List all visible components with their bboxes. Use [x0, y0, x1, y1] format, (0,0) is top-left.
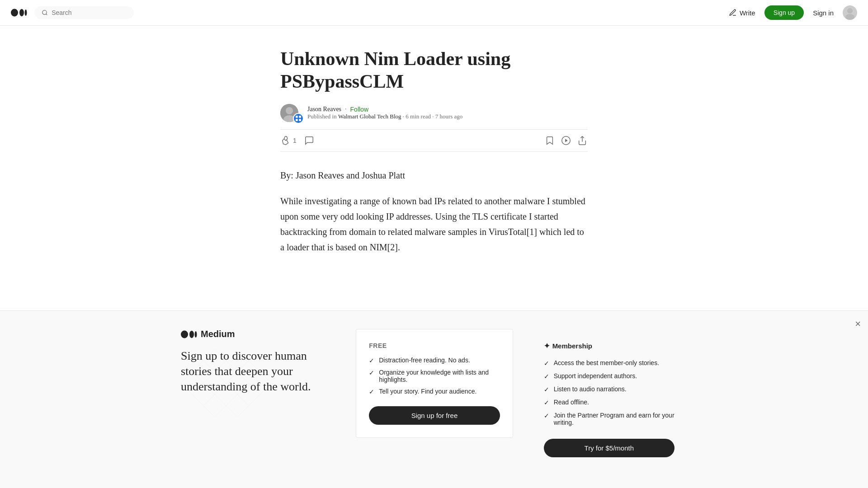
- save-icon: [544, 135, 555, 146]
- listen-button[interactable]: [561, 135, 571, 146]
- play-icon: [561, 135, 571, 146]
- medium-logo[interactable]: [11, 8, 27, 17]
- time-ago: 7 hours ago: [435, 113, 463, 120]
- clap-button[interactable]: 1: [280, 135, 297, 146]
- svg-point-0: [11, 9, 18, 17]
- svg-rect-10: [299, 116, 301, 118]
- svg-rect-12: [299, 119, 301, 121]
- author-avatar-pub: [293, 113, 304, 124]
- comment-icon: [304, 135, 315, 146]
- search-input[interactable]: [52, 9, 127, 16]
- article-body: By: Jason Reaves and Joshua Platt While …: [280, 168, 588, 255]
- svg-rect-9: [296, 116, 298, 118]
- write-icon: [729, 9, 737, 17]
- svg-point-5: [845, 14, 854, 20]
- svg-point-3: [42, 10, 47, 14]
- author-row: Jason Reaves · Follow Published in Walma…: [280, 104, 588, 122]
- article-byline: By: Jason Reaves and Joshua Platt: [280, 168, 588, 183]
- comment-button[interactable]: [304, 135, 315, 146]
- pub-info: Published in Walmart Global Tech Blog · …: [307, 113, 462, 120]
- actions-left: 1: [280, 135, 315, 146]
- read-time: 6 min read: [406, 113, 431, 120]
- follow-button[interactable]: Follow: [350, 106, 368, 113]
- share-icon: [577, 135, 588, 146]
- header-right: Write Sign up Sign in: [729, 5, 857, 20]
- avatar[interactable]: [843, 5, 857, 20]
- author-info: Jason Reaves · Follow Published in Walma…: [307, 106, 462, 120]
- signin-button[interactable]: Sign in: [813, 9, 834, 17]
- search-bar[interactable]: [34, 6, 134, 19]
- save-button[interactable]: [544, 135, 555, 146]
- share-button[interactable]: [577, 135, 588, 146]
- clap-count: 1: [293, 137, 297, 144]
- svg-marker-14: [565, 139, 568, 142]
- write-label: Write: [740, 9, 755, 17]
- svg-point-7: [286, 107, 293, 114]
- header-left: [11, 6, 134, 19]
- author-name-row: Jason Reaves · Follow: [307, 106, 462, 113]
- actions-right: [544, 135, 588, 146]
- author-name: Jason Reaves: [307, 106, 341, 113]
- article-paragraph: While investigating a range of known bad…: [280, 193, 588, 255]
- signup-button[interactable]: Sign up: [764, 5, 804, 20]
- svg-point-2: [25, 9, 27, 16]
- published-prefix: Published in: [307, 113, 337, 120]
- svg-rect-11: [296, 119, 298, 121]
- medium-logo-icon: [11, 8, 27, 17]
- svg-point-1: [19, 9, 24, 16]
- search-icon: [42, 9, 48, 16]
- article-title: Unknown Nim Loader using PSBypassCLM: [280, 47, 588, 93]
- author-separator: ·: [345, 106, 347, 113]
- publication-link[interactable]: Walmart Global Tech Blog: [338, 113, 401, 120]
- header: Write Sign up Sign in: [0, 0, 868, 26]
- author-avatars: [280, 104, 302, 122]
- article-main: Unknown Nim Loader using PSBypassCLM Jas…: [269, 26, 599, 255]
- actions-bar: 1: [280, 129, 588, 152]
- svg-point-4: [847, 8, 853, 14]
- clap-icon: [280, 135, 291, 146]
- write-button[interactable]: Write: [729, 9, 755, 17]
